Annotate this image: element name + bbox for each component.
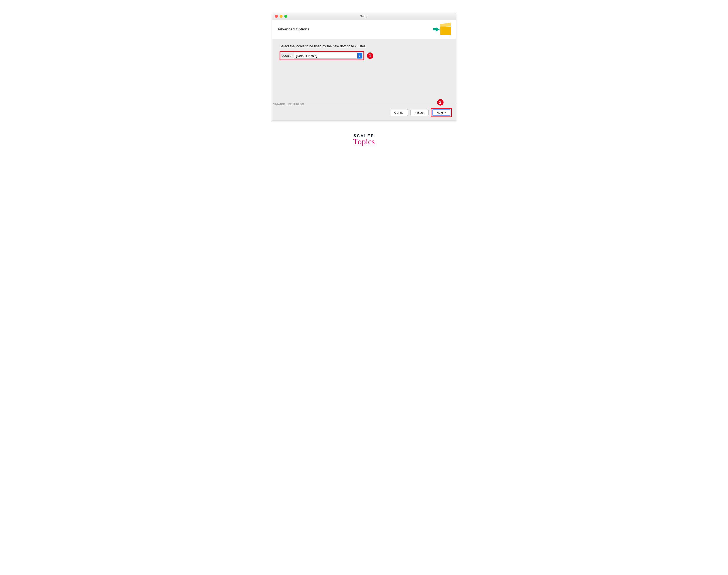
traffic-lights (272, 15, 287, 18)
locale-label: Locale (282, 54, 292, 58)
next-button-highlight: Next > (431, 108, 452, 117)
minimize-icon[interactable] (280, 15, 283, 18)
callout-badge-1: 1 (367, 53, 373, 59)
watermark: SCALER Topics (353, 134, 375, 146)
next-button[interactable]: Next > (432, 109, 450, 116)
instruction-text: Select the locale to be used by the new … (280, 44, 449, 48)
titlebar: Setup (272, 13, 456, 20)
dropdown-caret-icon[interactable] (357, 53, 362, 59)
cancel-button[interactable]: Cancel (390, 109, 408, 116)
button-row: Cancel < Back Next > (390, 108, 452, 117)
content-area: Select the locale to be used by the new … (272, 39, 456, 121)
callout-badge-2: 2 (437, 99, 443, 106)
page-title: Advanced Options (278, 27, 310, 32)
header: Advanced Options (272, 20, 456, 39)
close-icon[interactable] (275, 15, 278, 18)
back-button[interactable]: < Back (410, 109, 428, 116)
watermark-line2: Topics (353, 137, 375, 146)
locale-field-highlight: Locale [Default locale] 1 (280, 51, 364, 60)
locale-select[interactable]: [Default locale] (294, 53, 362, 59)
zoom-icon[interactable] (284, 15, 287, 18)
window-title: Setup (360, 14, 368, 18)
setup-window: Setup Advanced Options Select the locale… (272, 13, 456, 121)
footer-brand: VMware InstallBuilder (272, 102, 305, 106)
locale-select-value: [Default locale] (296, 54, 317, 58)
installer-box-icon (436, 23, 451, 35)
